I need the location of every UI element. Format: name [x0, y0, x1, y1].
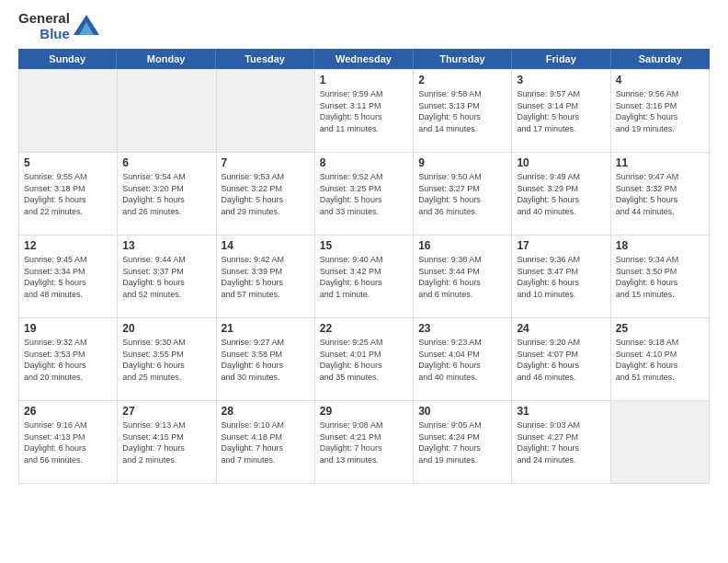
day-number: 27 [122, 405, 210, 418]
calendar-cell: 16Sunrise: 9:38 AM Sunset: 3:44 PM Dayli… [414, 236, 512, 318]
calendar-cell: 18Sunrise: 9:34 AM Sunset: 3:50 PM Dayli… [611, 236, 710, 318]
calendar-cell: 1Sunrise: 9:59 AM Sunset: 3:11 PM Daylig… [315, 70, 414, 153]
calendar-body: 1Sunrise: 9:59 AM Sunset: 3:11 PM Daylig… [18, 69, 710, 484]
day-info: Sunrise: 9:32 AM Sunset: 3:53 PM Dayligh… [24, 337, 112, 383]
day-info: Sunrise: 9:36 AM Sunset: 3:47 PM Dayligh… [517, 254, 605, 300]
header: General Blue [0, 0, 728, 49]
day-number: 21 [222, 322, 310, 335]
weekday-header-monday: Monday [117, 49, 215, 69]
calendar-cell: 15Sunrise: 9:40 AM Sunset: 3:42 PM Dayli… [315, 236, 414, 318]
day-number: 14 [222, 239, 310, 252]
day-number: 7 [222, 156, 310, 169]
day-number: 2 [418, 74, 506, 86]
day-number: 11 [616, 156, 704, 169]
calendar-cell: 10Sunrise: 9:49 AM Sunset: 3:29 PM Dayli… [512, 153, 610, 236]
day-info: Sunrise: 9:40 AM Sunset: 3:42 PM Dayligh… [320, 254, 408, 300]
day-info: Sunrise: 9:53 AM Sunset: 3:22 PM Dayligh… [222, 171, 310, 217]
day-info: Sunrise: 9:57 AM Sunset: 3:14 PM Dayligh… [517, 88, 605, 134]
day-info: Sunrise: 9:49 AM Sunset: 3:29 PM Dayligh… [517, 171, 605, 217]
day-info: Sunrise: 9:55 AM Sunset: 3:18 PM Dayligh… [24, 171, 112, 217]
day-info: Sunrise: 9:47 AM Sunset: 3:32 PM Dayligh… [616, 171, 704, 217]
day-info: Sunrise: 9:30 AM Sunset: 3:55 PM Dayligh… [122, 337, 210, 383]
day-info: Sunrise: 9:38 AM Sunset: 3:44 PM Dayligh… [418, 254, 506, 300]
day-info: Sunrise: 9:20 AM Sunset: 4:07 PM Dayligh… [517, 337, 605, 383]
day-number: 23 [418, 322, 506, 335]
calendar-cell: 9Sunrise: 9:50 AM Sunset: 3:27 PM Daylig… [414, 153, 512, 236]
logo: General Blue [18, 11, 99, 41]
day-info: Sunrise: 9:54 AM Sunset: 3:20 PM Dayligh… [122, 171, 210, 217]
day-info: Sunrise: 9:27 AM Sunset: 3:58 PM Dayligh… [222, 337, 310, 383]
calendar-cell: 14Sunrise: 9:42 AM Sunset: 3:39 PM Dayli… [217, 236, 315, 318]
day-info: Sunrise: 9:52 AM Sunset: 3:25 PM Dayligh… [320, 171, 408, 217]
calendar-cell: 24Sunrise: 9:20 AM Sunset: 4:07 PM Dayli… [512, 318, 610, 401]
calendar-cell: 4Sunrise: 9:56 AM Sunset: 3:16 PM Daylig… [611, 70, 710, 153]
day-info: Sunrise: 9:59 AM Sunset: 3:11 PM Dayligh… [320, 88, 408, 134]
calendar-cell: 12Sunrise: 9:45 AM Sunset: 3:34 PM Dayli… [19, 236, 118, 318]
calendar-cell: 23Sunrise: 9:23 AM Sunset: 4:04 PM Dayli… [414, 318, 512, 401]
day-number: 22 [320, 322, 408, 335]
day-number: 5 [24, 156, 112, 169]
day-number: 17 [517, 239, 605, 252]
calendar-cell: 7Sunrise: 9:53 AM Sunset: 3:22 PM Daylig… [217, 153, 315, 236]
day-number: 3 [517, 74, 605, 86]
calendar-cell: 13Sunrise: 9:44 AM Sunset: 3:37 PM Dayli… [118, 236, 216, 318]
day-number: 19 [24, 322, 112, 335]
day-info: Sunrise: 9:13 AM Sunset: 4:15 PM Dayligh… [122, 419, 210, 465]
day-number: 6 [122, 156, 210, 169]
day-number: 30 [418, 405, 506, 418]
day-number: 20 [122, 322, 210, 335]
weekday-header-friday: Friday [512, 49, 610, 69]
calendar-cell: 28Sunrise: 9:10 AM Sunset: 4:18 PM Dayli… [217, 401, 315, 484]
calendar-cell: 6Sunrise: 9:54 AM Sunset: 3:20 PM Daylig… [118, 153, 216, 236]
calendar-cell: 29Sunrise: 9:08 AM Sunset: 4:21 PM Dayli… [315, 401, 414, 484]
day-number: 18 [616, 239, 704, 252]
calendar-cell: 5Sunrise: 9:55 AM Sunset: 3:18 PM Daylig… [19, 153, 118, 236]
calendar-cell: 19Sunrise: 9:32 AM Sunset: 3:53 PM Dayli… [19, 318, 118, 401]
calendar-cell: 20Sunrise: 9:30 AM Sunset: 3:55 PM Dayli… [118, 318, 216, 401]
calendar-cell: 26Sunrise: 9:16 AM Sunset: 4:13 PM Dayli… [19, 401, 118, 484]
weekday-header-thursday: Thursday [414, 49, 512, 69]
day-info: Sunrise: 9:42 AM Sunset: 3:39 PM Dayligh… [222, 254, 310, 300]
day-number: 1 [320, 74, 408, 86]
logo-general: General [18, 11, 70, 27]
weekday-header-tuesday: Tuesday [216, 49, 314, 69]
logo-blue: Blue [40, 27, 70, 42]
calendar-cell: 8Sunrise: 9:52 AM Sunset: 3:25 PM Daylig… [315, 153, 414, 236]
day-number: 4 [616, 74, 704, 86]
day-info: Sunrise: 9:25 AM Sunset: 4:01 PM Dayligh… [320, 337, 408, 383]
day-info: Sunrise: 9:50 AM Sunset: 3:27 PM Dayligh… [418, 171, 506, 217]
day-number: 26 [24, 405, 112, 418]
day-info: Sunrise: 9:05 AM Sunset: 4:24 PM Dayligh… [418, 419, 506, 465]
calendar-cell [611, 401, 710, 484]
day-number: 15 [320, 239, 408, 252]
calendar-cell: 11Sunrise: 9:47 AM Sunset: 3:32 PM Dayli… [611, 153, 710, 236]
weekday-header-sunday: Sunday [18, 49, 117, 69]
calendar-cell: 30Sunrise: 9:05 AM Sunset: 4:24 PM Dayli… [414, 401, 512, 484]
weekday-header-wednesday: Wednesday [314, 49, 413, 69]
calendar-cell: 31Sunrise: 9:03 AM Sunset: 4:27 PM Dayli… [512, 401, 610, 484]
calendar-cell [217, 70, 315, 153]
day-info: Sunrise: 9:45 AM Sunset: 3:34 PM Dayligh… [24, 254, 112, 300]
day-number: 12 [24, 239, 112, 252]
day-number: 8 [320, 156, 408, 169]
day-info: Sunrise: 9:56 AM Sunset: 3:16 PM Dayligh… [616, 88, 704, 134]
day-info: Sunrise: 9:16 AM Sunset: 4:13 PM Dayligh… [24, 419, 112, 465]
day-number: 9 [418, 156, 506, 169]
day-info: Sunrise: 9:10 AM Sunset: 4:18 PM Dayligh… [222, 419, 310, 465]
day-number: 10 [517, 156, 605, 169]
calendar-cell: 22Sunrise: 9:25 AM Sunset: 4:01 PM Dayli… [315, 318, 414, 401]
day-info: Sunrise: 9:34 AM Sunset: 3:50 PM Dayligh… [616, 254, 704, 300]
day-info: Sunrise: 9:23 AM Sunset: 4:04 PM Dayligh… [418, 337, 506, 383]
day-number: 16 [418, 239, 506, 252]
calendar-cell: 25Sunrise: 9:18 AM Sunset: 4:10 PM Dayli… [611, 318, 710, 401]
calendar-cell: 21Sunrise: 9:27 AM Sunset: 3:58 PM Dayli… [217, 318, 315, 401]
calendar-cell [19, 70, 118, 153]
calendar-cell: 17Sunrise: 9:36 AM Sunset: 3:47 PM Dayli… [512, 236, 610, 318]
day-number: 24 [517, 322, 605, 335]
day-number: 31 [517, 405, 605, 418]
day-number: 28 [222, 405, 310, 418]
calendar-header: SundayMondayTuesdayWednesdayThursdayFrid… [18, 49, 710, 69]
calendar: SundayMondayTuesdayWednesdayThursdayFrid… [18, 49, 710, 484]
day-number: 29 [320, 405, 408, 418]
calendar-cell [118, 70, 216, 153]
